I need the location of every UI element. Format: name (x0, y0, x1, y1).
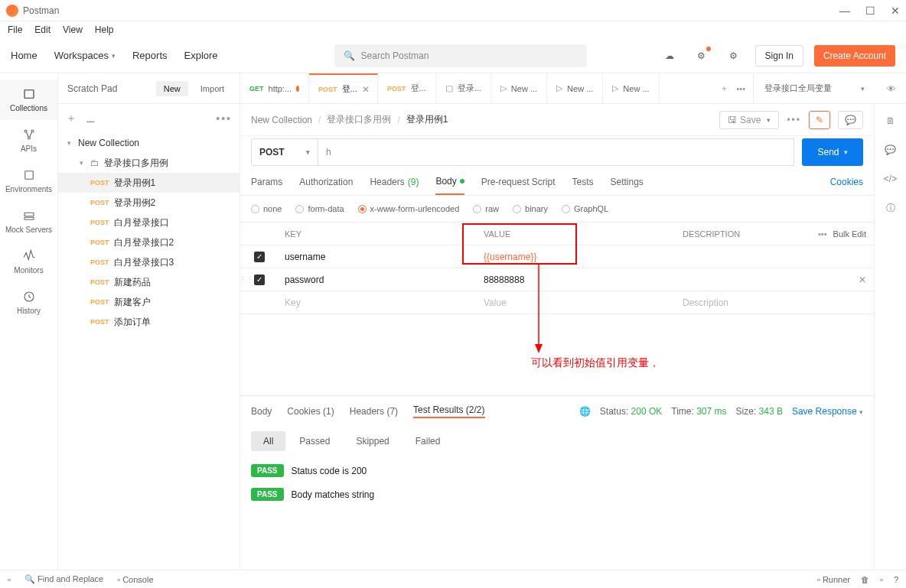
request-row[interactable]: POST添加订单 (58, 312, 240, 332)
tab-params[interactable]: Params (251, 168, 282, 195)
desc-placeholder[interactable]: Description (676, 297, 828, 308)
key-cell[interactable]: username (279, 252, 477, 262)
radio-raw[interactable]: raw (473, 204, 499, 213)
response-headers-tab[interactable]: Headers (7) (350, 406, 398, 417)
checkbox-icon[interactable]: ✓ (254, 252, 265, 262)
tab[interactable]: ▷New ... (547, 73, 603, 103)
radio-urlencoded[interactable]: x-www-form-urlencoded (358, 204, 460, 213)
close-icon[interactable]: ✕ (891, 5, 900, 17)
trash-icon[interactable]: 🗑 (861, 575, 869, 584)
table-row[interactable]: ✓ username {{username}} (240, 245, 874, 268)
tab-body[interactable]: Body (435, 168, 464, 195)
filter-all[interactable]: All (251, 431, 285, 451)
drag-handle-icon[interactable]: ⋮⋮ (239, 275, 254, 284)
tab-prerequest[interactable]: Pre-request Script (481, 168, 556, 195)
value-placeholder[interactable]: Value (477, 297, 676, 308)
add-tab-icon[interactable]: ＋ (720, 83, 728, 94)
tab-headers[interactable]: Headers (9) (370, 168, 419, 195)
explore-button[interactable]: Explore (184, 50, 218, 61)
more-icon[interactable]: ••• (216, 112, 232, 125)
key-cell[interactable]: password (279, 275, 477, 285)
close-icon[interactable]: ✕ (362, 84, 370, 95)
tab[interactable]: ▷New ... (603, 73, 659, 103)
capture-icon[interactable]: ⚙ (691, 45, 712, 67)
tab-authorization[interactable]: Authorization (299, 168, 353, 195)
info-icon[interactable]: ⓘ (883, 200, 898, 216)
save-button[interactable]: 🖫Save▾ (719, 111, 779, 129)
tab-overflow-icon[interactable]: ••• (736, 84, 745, 93)
console-button[interactable]: ▫ Console (117, 575, 153, 584)
send-button[interactable]: Send▾ (802, 138, 863, 166)
table-row-empty[interactable]: Key Value Description (240, 291, 874, 314)
documentation-icon[interactable]: 🗎 (883, 113, 898, 128)
runner-button[interactable]: ▫ Runner (817, 575, 850, 584)
save-response-button[interactable]: Save Response ▾ (792, 406, 863, 417)
find-replace-button[interactable]: 🔍 Find and Replace (24, 574, 103, 584)
delete-row-icon[interactable]: ✕ (859, 275, 866, 285)
tab[interactable]: POST登... (378, 73, 436, 103)
tab-tests[interactable]: Tests (572, 168, 593, 195)
cookies-link[interactable]: Cookies (830, 177, 863, 187)
help-icon[interactable]: ? (894, 575, 898, 584)
menu-edit[interactable]: Edit (34, 24, 51, 35)
add-icon[interactable]: ＋ (66, 112, 77, 125)
minimize-icon[interactable]: — (839, 5, 850, 17)
layout-icon[interactable]: ▫ (880, 575, 883, 584)
comment-icon[interactable]: 💬 (838, 111, 863, 129)
tab[interactable]: GEThttp:... (240, 73, 309, 103)
home-button[interactable]: Home (11, 50, 37, 61)
collection-row[interactable]: ▾New Collection (58, 133, 240, 153)
new-button[interactable]: New (156, 81, 188, 96)
request-row[interactable]: POST白月登录接口 (58, 213, 240, 232)
value-cell[interactable]: {{username}} (477, 252, 676, 262)
code-icon[interactable]: </> (883, 171, 898, 187)
settings-icon[interactable]: ⚙ (723, 45, 745, 67)
radio-graphql[interactable]: GraphQL (562, 204, 608, 213)
radio-binary[interactable]: binary (513, 204, 548, 213)
workspaces-button[interactable]: Workspaces▾ (54, 50, 116, 61)
menu-file[interactable]: File (8, 24, 22, 35)
menu-view[interactable]: View (63, 24, 83, 35)
table-row[interactable]: ⋮⋮✓ password 88888888 ✕ (240, 268, 874, 291)
folder-row[interactable]: ▾🗀登录接口多用例 (58, 153, 240, 173)
comments-icon[interactable]: 💬 (883, 142, 898, 158)
leftbar-monitors[interactable]: Monitors (0, 242, 57, 282)
search-input[interactable]: 🔍 Search Postman (334, 44, 587, 67)
method-select[interactable]: POST▾ (251, 138, 318, 166)
maximize-icon[interactable]: ☐ (865, 5, 875, 17)
request-row[interactable]: POST新建药品 (58, 272, 240, 292)
bulk-edit-link[interactable]: Bulk Edit (833, 229, 866, 239)
globe-icon[interactable]: 🌐 (579, 406, 591, 417)
filter-icon[interactable]: ⚊ (86, 112, 96, 125)
breadcrumb-folder[interactable]: 登录接口多用例 (327, 113, 391, 126)
filter-passed[interactable]: Passed (287, 431, 342, 451)
menu-help[interactable]: Help (95, 24, 114, 35)
leftbar-history[interactable]: History (0, 282, 57, 323)
radio-form-data[interactable]: form-data (295, 204, 344, 213)
tab-settings[interactable]: Settings (611, 168, 644, 195)
reports-button[interactable]: Reports (132, 50, 168, 61)
checkbox-icon[interactable]: ✓ (254, 275, 265, 285)
sync-icon[interactable]: ☁ (659, 45, 680, 67)
request-row[interactable]: POST白月登录接口2 (58, 232, 240, 252)
request-row[interactable]: POST登录用例1 (58, 173, 240, 193)
url-input[interactable]: h (318, 138, 794, 166)
leftbar-collections[interactable]: Collections (0, 80, 57, 120)
filter-failed[interactable]: Failed (403, 431, 453, 451)
leftbar-apis[interactable]: APIs (0, 120, 57, 161)
hide-sidebar-icon[interactable]: ▫ (8, 575, 11, 584)
edit-icon[interactable]: ✎ (809, 111, 830, 129)
response-body-tab[interactable]: Body (251, 406, 272, 417)
radio-none[interactable]: none (251, 204, 282, 213)
import-button[interactable]: Import (194, 81, 230, 96)
value-cell[interactable]: 88888888 (477, 275, 676, 285)
create-account-button[interactable]: Create Account (814, 45, 895, 67)
leftbar-environments[interactable]: Environments (0, 161, 57, 201)
request-row[interactable]: POST登录用例2 (58, 193, 240, 213)
tab[interactable]: ▷New ... (491, 73, 547, 103)
leftbar-mock-servers[interactable]: Mock Servers (0, 201, 57, 242)
response-tests-tab[interactable]: Test Results (2/2) (413, 404, 484, 418)
environment-quicklook-icon[interactable]: 👁 (875, 73, 906, 103)
breadcrumb-collection[interactable]: New Collection (251, 115, 312, 125)
request-row[interactable]: POST白月登录接口3 (58, 252, 240, 272)
